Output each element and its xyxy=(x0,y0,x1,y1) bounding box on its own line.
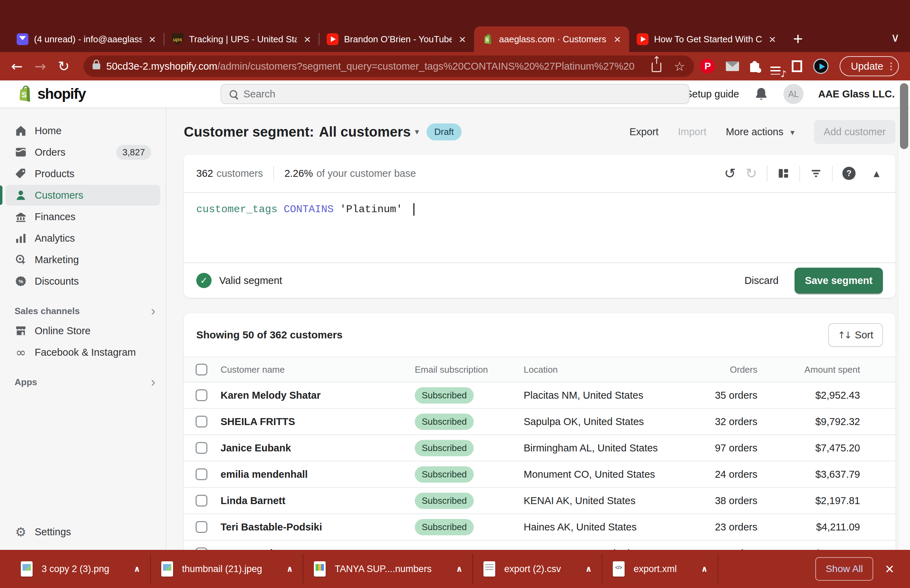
tab-close-icon[interactable]: × xyxy=(768,33,777,45)
pinterest-extension-icon[interactable]: P xyxy=(700,59,715,73)
column-header[interactable]: Orders xyxy=(678,364,757,375)
table-row[interactable]: Karen Melody Shatar Subscribed Placitas … xyxy=(184,383,895,409)
scrollbar-thumb[interactable] xyxy=(900,83,908,149)
chevron-up-icon[interactable]: ∧ xyxy=(456,564,462,574)
help-icon[interactable]: ? xyxy=(842,167,855,180)
row-checkbox[interactable] xyxy=(196,495,207,507)
customer-name[interactable]: emilia mendenhall xyxy=(221,469,415,480)
column-header[interactable]: Email subscription xyxy=(415,364,524,375)
redo-icon[interactable]: ↻ xyxy=(746,166,757,180)
sidebar-item-customers[interactable]: Customers xyxy=(6,185,160,205)
segment-query-editor[interactable]: customer_tags CONTAINS 'Platinum' xyxy=(184,192,895,262)
row-checkbox[interactable] xyxy=(196,442,207,454)
segment-name-dropdown[interactable]: All customers xyxy=(319,124,411,140)
url-bar[interactable]: 50cd3e-2.myshopify.com/admin/customers?s… xyxy=(84,55,694,77)
forward-button[interactable]: → xyxy=(35,59,47,73)
reload-button[interactable]: ↻ xyxy=(58,59,70,73)
columns-icon[interactable] xyxy=(777,167,790,179)
sidebar-item-home[interactable]: Home xyxy=(6,120,160,141)
new-tab-button[interactable]: + xyxy=(793,31,803,47)
back-button[interactable]: ← xyxy=(11,59,23,73)
extensions-puzzle-icon[interactable] xyxy=(750,63,759,72)
sidebar-item-facebook-instagram[interactable]: ∞ Facebook & Instagram xyxy=(6,342,160,363)
chevron-down-icon[interactable]: ▾ xyxy=(415,127,419,137)
tab-search-chevron-icon[interactable]: ∨ xyxy=(891,31,900,44)
lock-icon[interactable] xyxy=(92,63,100,69)
sidebar-item-products[interactable]: Products xyxy=(6,163,160,184)
table-row[interactable]: Teri Bastable-Podsiki Subscribed Haines … xyxy=(184,514,895,541)
column-header[interactable]: Location xyxy=(524,364,678,375)
row-checkbox[interactable] xyxy=(196,416,207,428)
sidebar-item-settings[interactable]: ⚙ Settings xyxy=(6,522,160,542)
close-downloads-icon[interactable]: × xyxy=(885,561,894,577)
sidebar-item-online-store[interactable]: Online Store xyxy=(6,320,160,341)
store-name[interactable]: AAE Glass LLC. xyxy=(818,89,895,100)
collapse-icon[interactable]: ▲ xyxy=(874,169,879,178)
chevron-up-icon[interactable]: ∧ xyxy=(701,564,708,574)
tab-shopify-active[interactable]: S aaeglass.com · Customers · Sh × xyxy=(474,26,629,52)
column-header[interactable]: Amount spent xyxy=(757,364,860,375)
amount-cell: $9,792.32 xyxy=(757,416,860,428)
customer-name[interactable]: SHEILA FRITTS xyxy=(221,416,415,428)
side-panel-icon[interactable] xyxy=(792,60,802,72)
more-actions-button[interactable]: More actions ▾ xyxy=(726,126,795,137)
playlist-extension-icon[interactable] xyxy=(770,66,781,68)
sidebar-item-discounts[interactable]: % Discounts xyxy=(6,271,160,292)
shopify-logo[interactable]: S shopify xyxy=(15,85,86,103)
mail-extension-icon[interactable] xyxy=(726,61,739,71)
sidebar-item-finances[interactable]: Finances xyxy=(6,206,160,227)
download-item[interactable]: export (2).csv ∧ xyxy=(473,550,602,588)
tab-ups[interactable]: ups Tracking | UPS - United States × xyxy=(164,26,319,52)
chevron-up-icon[interactable]: ∧ xyxy=(286,564,293,574)
table-row[interactable]: emilia mendenhall Subscribed Monument CO… xyxy=(184,462,895,488)
tab-youtube-2[interactable]: How To Get Started With Cust × xyxy=(629,26,784,52)
download-item[interactable]: 3 copy 2 (3).png ∧ xyxy=(10,550,150,588)
tab-close-icon[interactable]: × xyxy=(457,33,467,45)
undo-icon[interactable]: ↺ xyxy=(724,166,736,180)
customer-name[interactable]: Janice Eubank xyxy=(221,443,415,454)
url-text[interactable]: 50cd3e-2.myshopify.com/admin/customers?s… xyxy=(107,61,648,72)
global-search-input[interactable]: Search xyxy=(221,84,689,104)
table-row[interactable]: Linda Barnett Subscribed KENAI AK, Unite… xyxy=(184,488,895,514)
select-all-checkbox[interactable] xyxy=(196,364,207,375)
tab-close-icon[interactable]: × xyxy=(613,33,622,45)
notifications-bell-icon[interactable] xyxy=(753,86,769,102)
row-checkbox[interactable] xyxy=(196,468,207,480)
export-button[interactable]: Export xyxy=(629,126,659,137)
sidebar-item-analytics[interactable]: Analytics xyxy=(6,228,160,249)
row-checkbox[interactable] xyxy=(196,389,207,401)
sidebar-item-orders[interactable]: Orders 3,827 xyxy=(6,142,160,163)
customer-name[interactable]: Karen Melody Shatar xyxy=(221,390,415,401)
sort-button[interactable]: ↑↓ Sort xyxy=(828,323,883,347)
sidebar-item-marketing[interactable]: Marketing xyxy=(6,249,160,270)
chrome-update-button[interactable]: Update xyxy=(840,56,899,76)
column-header[interactable]: Customer name xyxy=(221,364,415,375)
download-item[interactable]: export.xml ∧ xyxy=(602,550,718,588)
tab-gmail[interactable]: (4 unread) - info@aaeglass.co × xyxy=(9,26,164,52)
filter-icon[interactable] xyxy=(810,167,822,179)
show-all-button[interactable]: Show All xyxy=(815,557,873,581)
table-row[interactable]: Janice Eubank Subscribed Birmingham AL, … xyxy=(184,435,895,462)
customer-name[interactable]: Linda Barnett xyxy=(221,495,415,507)
download-item[interactable]: TANYA SUP....numbers ∧ xyxy=(304,550,472,588)
tab-youtube-1[interactable]: Brandon O’Brien - YouTube × xyxy=(319,26,474,52)
player-extension-icon[interactable] xyxy=(813,58,829,74)
add-customer-button[interactable]: Add customer xyxy=(814,120,895,144)
save-segment-button[interactable]: Save segment xyxy=(795,268,883,293)
download-item[interactable]: thumbnail (21).jpeg ∧ xyxy=(151,550,303,588)
sales-channels-header[interactable]: Sales channels › xyxy=(15,306,155,317)
customer-name[interactable]: Teri Bastable-Podsiki xyxy=(221,522,415,533)
scrollbar-track[interactable] xyxy=(897,108,910,588)
tab-close-icon[interactable]: × xyxy=(302,33,312,45)
apps-header[interactable]: Apps › xyxy=(15,377,155,388)
share-icon[interactable] xyxy=(651,62,661,72)
table-row[interactable]: SHEILA FRITTS Subscribed Sapulpa OK, Uni… xyxy=(184,409,895,435)
bookmark-star-icon[interactable]: ☆ xyxy=(674,59,685,73)
discard-button[interactable]: Discard xyxy=(745,275,779,286)
avatar[interactable]: AL xyxy=(784,84,803,104)
chevron-up-icon[interactable]: ∧ xyxy=(134,564,141,574)
row-checkbox[interactable] xyxy=(196,521,207,533)
chevron-up-icon[interactable]: ∧ xyxy=(585,564,592,574)
import-button[interactable]: Import xyxy=(678,126,706,137)
tab-close-icon[interactable]: × xyxy=(147,33,157,45)
